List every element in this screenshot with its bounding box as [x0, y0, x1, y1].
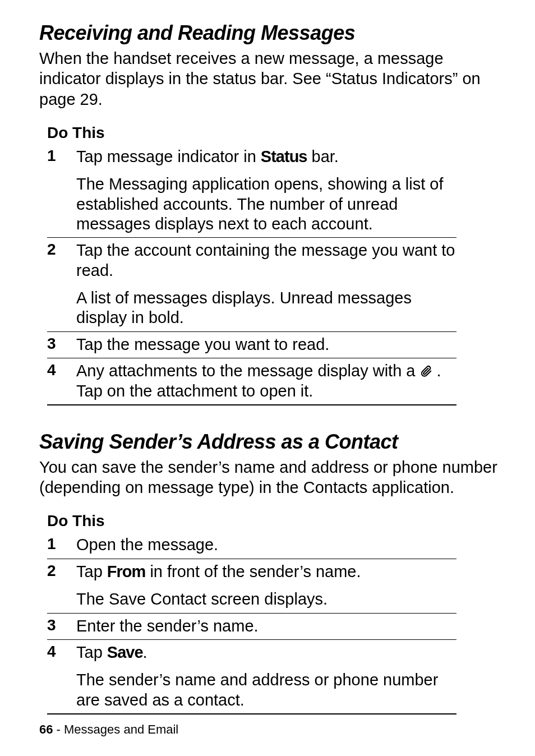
section-title: Saving Sender’s Address as a Contact	[39, 430, 501, 454]
step-text: Tap message indicator in Status bar. The…	[76, 147, 456, 234]
step-result: The Save Contact screen displays.	[76, 589, 456, 609]
steps-list: 1 Tap message indicator in Status bar. T…	[47, 144, 456, 404]
do-this-heading: Do This	[47, 512, 501, 530]
steps-end-rule	[47, 404, 456, 405]
do-this-heading: Do This	[47, 124, 501, 142]
step-text: Any attachments to the message display w…	[76, 361, 456, 401]
step-number: 1	[47, 535, 76, 553]
step-result: The Messaging application opens, showing…	[76, 174, 456, 234]
section-saving: Saving Sender’s Address as a Contact You…	[39, 430, 501, 714]
step-text: Tap the message you want to read.	[76, 335, 456, 354]
step-text-pre: Tap	[76, 563, 107, 580]
step-number: 4	[47, 643, 76, 661]
paperclip-icon	[420, 363, 432, 381]
section-body: When the handset receives a new message,…	[39, 48, 501, 109]
chapter-name: Messages and Email	[64, 722, 178, 736]
step-row: 1 Open the message.	[47, 532, 456, 558]
section-title: Receiving and Reading Messages	[39, 21, 501, 45]
step-text-primary: Tap the message you want to read.	[76, 335, 456, 354]
step-row: 2 Tap From in front of the sender’s name…	[47, 559, 456, 613]
step-row: 1 Tap message indicator in Status bar. T…	[47, 144, 456, 238]
step-text-primary: Enter the sender’s name.	[76, 616, 456, 636]
step-number: 3	[47, 616, 76, 634]
step-result: A list of messages displays. Unread mess…	[76, 288, 456, 328]
step-number: 3	[47, 335, 76, 353]
section-body: You can save the sender’s name and addre…	[39, 457, 501, 498]
step-text-primary: Tap the account containing the message y…	[76, 241, 456, 280]
steps-list: 1 Open the message. 2 Tap From in front …	[47, 532, 456, 713]
step-row: 2 Tap the account containing the message…	[47, 237, 456, 331]
step-row: 3 Enter the sender’s name.	[47, 613, 456, 639]
step-number: 4	[47, 361, 76, 379]
steps-end-rule	[47, 713, 456, 714]
step-text-post: in front of the sender’s name.	[145, 563, 361, 580]
step-text-pre: Any attachments to the message display w…	[76, 362, 420, 380]
step-text-post: .	[143, 643, 147, 661]
step-text: Tap Save. The sender’s name and address …	[76, 643, 456, 710]
step-result: The sender’s name and address or phone n…	[76, 670, 456, 710]
ui-label-from: From	[107, 563, 146, 580]
ui-label-save: Save	[107, 643, 143, 661]
step-row: 3 Tap the message you want to read.	[47, 331, 456, 358]
step-number: 1	[47, 147, 76, 165]
step-text-pre: Tap	[76, 643, 107, 661]
step-text: Enter the sender’s name.	[76, 616, 456, 636]
step-row: 4 Any attachments to the message display…	[47, 358, 456, 404]
step-text-post: bar.	[307, 147, 338, 165]
step-text: Tap the account containing the message y…	[76, 241, 456, 328]
ui-label-status: Status	[261, 147, 307, 165]
page-number: 66	[39, 722, 53, 736]
step-text-pre: Tap message indicator in	[76, 147, 261, 165]
page-footer: 66 - Messages and Email	[39, 722, 178, 737]
section-receiving: Receiving and Reading Messages When the …	[39, 21, 501, 405]
step-text: Tap From in front of the sender’s name. …	[76, 562, 456, 610]
step-row: 4 Tap Save. The sender’s name and addres…	[47, 639, 456, 713]
step-number: 2	[47, 562, 76, 580]
step-text-primary: Open the message.	[76, 535, 456, 555]
footer-sep: -	[53, 722, 64, 736]
step-text: Open the message.	[76, 535, 456, 555]
step-number: 2	[47, 241, 76, 259]
